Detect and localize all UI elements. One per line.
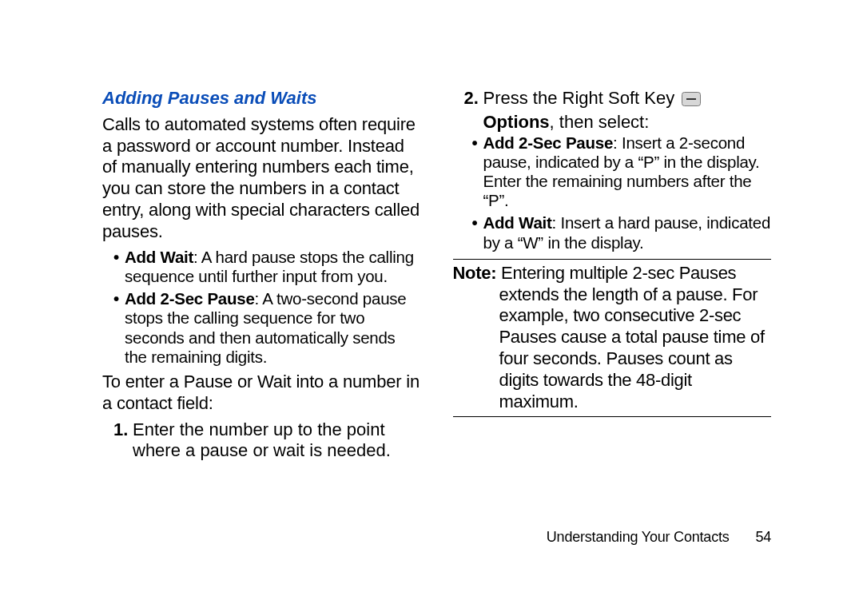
svg-rect-1	[686, 98, 696, 100]
sub-bullet-label: Add Wait	[483, 213, 552, 232]
footer-section-title: Understanding Your Contacts	[547, 529, 730, 545]
step-number: 2.	[464, 88, 483, 133]
note-block: Note: Entering multiple 2-sec Pauses ext…	[453, 259, 772, 417]
bullet-label: Add Wait	[125, 248, 193, 266]
bullet-dot-icon: •	[472, 213, 483, 252]
sub-bullet-add-wait: • Add Wait: Insert a hard pause, indicat…	[472, 213, 772, 252]
step-1: 1. Enter the number up to the point wher…	[113, 419, 421, 463]
section-heading: Adding Pauses and Waits	[102, 88, 421, 109]
bullet-label: Add 2-Sec Pause	[125, 289, 255, 308]
bullet-dot-icon: •	[113, 289, 125, 367]
lead-paragraph-2: To enter a Pause or Wait into a number i…	[102, 372, 421, 415]
intro-paragraph: Calls to automated systems often require…	[102, 114, 421, 243]
bullet-add-wait: • Add Wait: A hard pause stops the calli…	[113, 248, 421, 286]
bullet-add-2sec: • Add 2-Sec Pause: A two-second pause st…	[113, 289, 421, 367]
page-number: 54	[755, 529, 771, 545]
options-label: Options	[483, 112, 550, 132]
note-label: Note:	[453, 263, 497, 283]
step-2: 2. Press the Right Soft Key Options, the…	[464, 88, 772, 133]
note-text: Entering multiple 2-sec Pauses extends t…	[496, 263, 765, 411]
document-page: Adding Pauses and Waits Calls to automat…	[0, 0, 863, 616]
step-number: 1.	[113, 419, 133, 463]
sub-bullet-label: Add 2-Sec Pause	[483, 133, 614, 152]
step2-post: , then select:	[550, 112, 650, 132]
sub-bullet-add-2sec: • Add 2-Sec Pause: Insert a 2-second pau…	[472, 133, 772, 211]
page-footer: Understanding Your Contacts 54	[547, 529, 771, 546]
two-column-layout: Adding Pauses and Waits Calls to automat…	[102, 88, 771, 495]
step1-line1: Enter the number up to the point	[133, 419, 385, 439]
step2-pre: Press the Right Soft Key	[483, 88, 680, 108]
bullet-dot-icon: •	[472, 133, 483, 211]
step1-line2: where a pause or wait is needed.	[133, 440, 391, 460]
right-soft-key-icon	[682, 90, 701, 112]
bullet-dot-icon: •	[113, 248, 125, 286]
